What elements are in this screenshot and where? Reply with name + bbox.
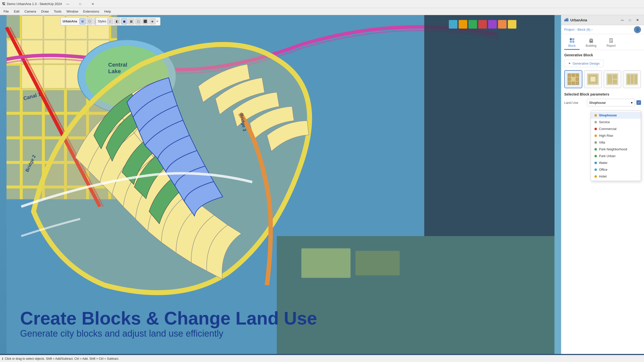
block-type-cards	[564, 70, 641, 88]
svg-rect-38	[508, 20, 516, 29]
dropdown-item-highrise[interactable]: High Rise	[591, 132, 641, 139]
svg-rect-45	[572, 41, 574, 43]
menu-extensions[interactable]: Extensions	[81, 8, 102, 15]
dropdown-item-villa[interactable]: Villa	[591, 139, 641, 146]
maximize-button[interactable]: □	[74, 0, 86, 8]
generative-block-title: Generative Block	[564, 53, 641, 57]
menu-tools[interactable]: Tools	[51, 8, 64, 15]
svg-rect-49	[591, 40, 592, 41]
hotel-dot	[594, 175, 597, 178]
styles-tool-color[interactable]: ◼	[121, 18, 127, 24]
report-tab-icon	[608, 38, 614, 43]
block-card-4[interactable]	[623, 70, 641, 88]
map-label-central-lake: CentralLake	[108, 62, 127, 75]
dropdown-chevron-icon: ▾	[631, 101, 633, 105]
dropdown-item-commercial[interactable]: Commercial	[591, 125, 641, 132]
dropdown-label-hotel: Hotel	[599, 174, 607, 178]
svg-rect-65	[590, 77, 595, 82]
block-card-2[interactable]	[584, 70, 602, 88]
panel-close-button[interactable]: ✕	[634, 17, 641, 23]
svg-rect-41	[355, 251, 400, 276]
breadcrumb-project[interactable]: Project	[564, 28, 574, 31]
dropdown-label-office: Office	[599, 168, 608, 171]
land-use-checkbox[interactable]: ✓	[636, 100, 641, 105]
svg-rect-37	[498, 20, 506, 29]
panel-restore-button[interactable]: □	[626, 17, 633, 23]
dropdown-item-office[interactable]: Office	[591, 166, 641, 173]
generative-design-label: Generative Design	[573, 62, 600, 65]
styles-tool-wire[interactable]: □	[107, 18, 113, 24]
svg-rect-24	[44, 65, 65, 88]
breadcrumb-separator: ›	[575, 28, 576, 31]
minimize-button[interactable]: ―	[62, 0, 73, 8]
svg-rect-32	[449, 20, 457, 29]
svg-rect-59	[568, 82, 571, 85]
panel-tabs: Block Building R	[561, 34, 644, 50]
svg-rect-61	[576, 82, 579, 85]
svg-rect-51	[610, 39, 612, 40]
panel-header: 🏙 UrbanAna ― □ ✕	[561, 15, 644, 25]
bottom-overlay: Create Blocks & Change Land Use Generate…	[20, 308, 317, 339]
block-card-1[interactable]	[564, 70, 582, 88]
styles-tool-texture[interactable]: ▦	[128, 18, 134, 24]
menu-draw[interactable]: Draw	[39, 8, 51, 15]
dropdown-item-water[interactable]: Water	[591, 159, 641, 166]
dropdown-label-service: Service	[599, 120, 610, 124]
service-dot	[594, 121, 597, 123]
styles-toolbar: Styles □ ◧ ◼ ▦ ◻ ⬛ ◈ ×	[96, 17, 160, 26]
panel-minimize-button[interactable]: ―	[619, 17, 626, 23]
generative-design-button[interactable]: ✦ Generative Design	[564, 60, 603, 67]
dropdown-item-parkneighborhood[interactable]: Park Neighborhood	[591, 146, 641, 153]
bottom-sub-title: Generate city blocks and adjust land use…	[20, 328, 317, 339]
svg-rect-14	[22, 16, 43, 39]
urbanana-tool-grid[interactable]: ⊞	[79, 18, 86, 24]
dropdown-item-shophouse[interactable]: Shophouse	[591, 112, 641, 119]
menu-bar: File Edit Camera Draw Tools Window Exten…	[0, 8, 644, 15]
tab-block-label: Block	[568, 44, 576, 48]
menu-camera[interactable]: Camera	[22, 8, 38, 15]
styles-tool-xray[interactable]: ◻	[135, 18, 141, 24]
svg-rect-43	[572, 38, 574, 40]
land-use-row: Land Use Shophouse ▾ ✓	[564, 99, 641, 106]
svg-rect-55	[568, 74, 571, 77]
status-text: Click or drag to select objects. Shift =…	[5, 357, 119, 360]
land-use-select[interactable]: Shophouse ▾	[587, 99, 635, 106]
close-button[interactable]: ✕	[87, 0, 99, 8]
dropdown-item-service[interactable]: Service	[591, 119, 641, 125]
dropdown-item-parkurban[interactable]: Park Urban	[591, 153, 641, 159]
tab-building-label: Building	[586, 44, 596, 48]
styles-tool-a[interactable]: ⬛	[142, 18, 148, 24]
svg-rect-47	[590, 38, 592, 40]
menu-file[interactable]: File	[1, 8, 11, 15]
status-bar: ℹ Click or drag to select objects. Shift…	[0, 355, 644, 362]
tab-building[interactable]: Building	[582, 36, 600, 50]
styles-toolbar-title: Styles	[98, 20, 106, 23]
building-tab-icon	[588, 38, 594, 43]
breadcrumb-end: ›	[591, 28, 592, 31]
svg-rect-34	[468, 20, 477, 29]
styles-tool-b[interactable]: ◈	[149, 18, 155, 24]
parkneighborhood-dot	[594, 148, 597, 151]
menu-help[interactable]: Help	[102, 8, 113, 15]
dropdown-item-hotel[interactable]: Hotel	[591, 173, 641, 180]
dropdown-label-parkurban: Park Urban	[599, 154, 616, 158]
urbanana-tool-road[interactable]: ⬡	[87, 18, 93, 24]
viewport[interactable]: CentralLake Canal 1 Bridge 2 Bridge 3 Cr…	[0, 15, 561, 354]
svg-rect-42	[570, 38, 572, 40]
svg-rect-62	[572, 82, 575, 85]
window-controls: ― □ ✕	[62, 0, 99, 8]
panel-content: Generative Block ✦ Generative Design	[561, 50, 644, 354]
tab-block[interactable]: Block	[564, 36, 580, 50]
svg-rect-60	[576, 78, 579, 81]
user-avatar[interactable]: 👤	[634, 26, 641, 33]
title-text: Demo UrbanAna 1.3 - SketchUp 2024	[7, 2, 62, 6]
menu-edit[interactable]: Edit	[11, 8, 22, 15]
menu-window[interactable]: Window	[64, 8, 80, 15]
tab-report[interactable]: Report	[602, 36, 620, 50]
styles-toolbar-close[interactable]: ×	[156, 20, 158, 23]
city-map-svg	[0, 15, 561, 354]
styles-tool-shaded[interactable]: ◧	[114, 18, 120, 24]
breadcrumb-current[interactable]: Block (6)	[578, 28, 590, 31]
block-card-3[interactable]	[603, 70, 622, 88]
info-icon: ℹ	[2, 357, 3, 360]
